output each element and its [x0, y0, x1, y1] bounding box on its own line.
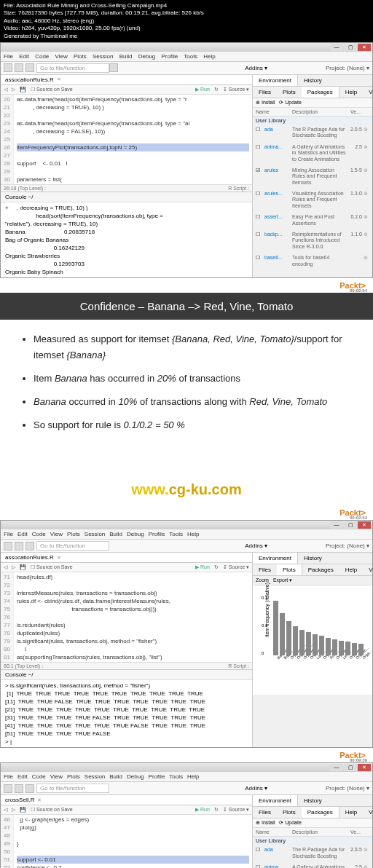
- save-icon[interactable]: [25, 542, 34, 551]
- menu-edit[interactable]: Edit: [19, 53, 29, 60]
- package-row[interactable]: ☑arulesMining Association Rules and Freq…: [253, 165, 372, 189]
- run-button[interactable]: ▶ Run: [195, 564, 210, 570]
- open-icon[interactable]: [15, 63, 23, 72]
- packt-logo: Packt>00:02:53: [0, 505, 373, 520]
- fwd-icon[interactable]: ▷: [12, 87, 15, 92]
- save-icon[interactable]: [25, 63, 34, 72]
- bar: [280, 613, 285, 656]
- plots-tab[interactable]: Plots: [277, 87, 302, 98]
- maximize-button[interactable]: ▢: [344, 44, 357, 51]
- minimize-button[interactable]: —: [330, 764, 343, 771]
- ide-window-2: — ▢ ✕ FileEditCodeViewPlotsSessionBuildD…: [0, 520, 373, 748]
- project-selector[interactable]: Project: (None) ▾: [326, 542, 369, 549]
- project-selector[interactable]: Project: (None) ▾: [326, 65, 369, 71]
- history-tab[interactable]: History: [298, 75, 328, 86]
- code-editor[interactable]: 2021222324252627282930 as.data.frame(hea…: [1, 95, 252, 184]
- bar: [313, 634, 318, 656]
- packt-logo: Packt>00:02:54: [0, 278, 373, 293]
- ide-window-3: — ▢ ✕ FileEditCodeViewPlotsSessionBuildD…: [0, 762, 373, 868]
- bar: [306, 632, 311, 656]
- addins-menu[interactable]: Addins ▾: [245, 65, 267, 71]
- bullet-3: Banana occurred in 10% of transactions a…: [34, 394, 354, 410]
- console-output[interactable]: + , decreasing = TRUE), 10) ) head(sort(…: [1, 202, 252, 277]
- maximize-button[interactable]: ▢: [344, 764, 357, 771]
- back-icon[interactable]: ◁: [4, 87, 7, 92]
- menubar: File Edit Code View Plots Session Build …: [1, 52, 372, 62]
- help-tab[interactable]: Help: [339, 87, 363, 98]
- ide-window-1: — ▢ ✕ File Edit Code View Plots Session …: [0, 42, 373, 278]
- source-on-save-checkbox[interactable]: ☐ Source on Save: [31, 87, 73, 92]
- packt-logo: Packt>00:09:39: [0, 748, 373, 762]
- save-icon[interactable]: 💾: [20, 87, 26, 92]
- bar: [286, 621, 291, 655]
- menu-debug[interactable]: Debug: [138, 53, 156, 60]
- menu-tools[interactable]: Tools: [184, 53, 197, 60]
- menu-file[interactable]: File: [4, 53, 13, 60]
- file-tab[interactable]: assocationRules.R ✕: [1, 75, 252, 85]
- slide-content: Measured as support for itemset {Banana,…: [0, 320, 373, 452]
- close-tab-icon[interactable]: ✕: [57, 555, 61, 561]
- console-tab[interactable]: Console ~/: [1, 192, 252, 202]
- rerun-icon[interactable]: ↻: [214, 87, 219, 92]
- close-button[interactable]: ✕: [358, 44, 371, 51]
- source-button[interactable]: ↧ Source ▾: [223, 87, 249, 92]
- code-editor[interactable]: 7172737475767778798081 head(rules.df) in…: [1, 572, 252, 662]
- files-tab[interactable]: Files: [253, 87, 277, 98]
- menu-profile[interactable]: Profile: [162, 53, 178, 60]
- new-file-icon[interactable]: [4, 542, 12, 551]
- open-icon[interactable]: [15, 542, 23, 551]
- bullet-4: So support for rule is 0.1/0.2 = 50 %: [34, 417, 354, 433]
- package-row[interactable]: ☐anima...A Gallery of Animations in Stat…: [253, 142, 372, 165]
- minimize-button[interactable]: —: [330, 521, 343, 529]
- goto-input[interactable]: Go to file/function: [36, 541, 109, 551]
- tool-icon[interactable]: [109, 63, 118, 72]
- package-row[interactable]: ☐adaThe R Package Ada for Stochastic Boo…: [253, 845, 372, 862]
- minimize-button[interactable]: —: [330, 44, 343, 51]
- export-button[interactable]: Export ▾: [273, 577, 292, 583]
- environment-tab[interactable]: Environment: [253, 75, 298, 86]
- bar: [326, 638, 331, 656]
- close-button[interactable]: ✕: [358, 764, 371, 771]
- slide-title-banner: Confidence – Banana –> Red, Vine, Tomato: [0, 293, 373, 320]
- viewer-tab[interactable]: Viewer: [363, 87, 373, 98]
- package-row[interactable]: ☐adaThe R Package Ada for Stochastic Boo…: [253, 125, 372, 142]
- bar: [345, 642, 350, 655]
- menu-code[interactable]: Code: [35, 53, 49, 60]
- menu-help[interactable]: Help: [203, 53, 215, 60]
- main-toolbar: Go to file/function Addins ▾ Project: (N…: [1, 782, 372, 795]
- pkg-header: Name Description Ve...: [253, 108, 372, 117]
- package-row[interactable]: ☐backp...Reimplementations of Functions …: [253, 229, 372, 253]
- run-button[interactable]: ▶ Run: [195, 87, 210, 92]
- package-row[interactable]: ☐anima...A Gallery of Animations in Stat…: [253, 862, 372, 868]
- package-row[interactable]: ☐base6...Tools for base64 encoding⊗: [253, 253, 372, 270]
- editor-toolbar: ◁ ▷ 💾 ☐ Source on Save ▶ Run ↻ ↧ Source …: [1, 85, 252, 95]
- maximize-button[interactable]: ▢: [344, 521, 357, 529]
- console-tab[interactable]: Console ~/: [1, 669, 252, 680]
- bar: [358, 644, 364, 656]
- update-button[interactable]: ⟳ Update: [279, 100, 302, 106]
- code-editor[interactable]: 464748495051525354555657585960 g <- grap…: [1, 815, 252, 868]
- packages-tab[interactable]: Packages: [302, 87, 339, 98]
- pkg-toolbar: ⊕ Install ⟳ Update: [253, 98, 372, 108]
- bar: [332, 639, 337, 656]
- console-output[interactable]: > is.significant(rules, transactions.obj…: [1, 680, 252, 747]
- bar: [352, 643, 357, 656]
- watermark: www.cg-ku.com: [0, 452, 373, 505]
- goto-input[interactable]: Go to file/function: [36, 63, 109, 73]
- close-button[interactable]: ✕: [358, 521, 371, 529]
- close-tab-icon[interactable]: ✕: [57, 76, 61, 82]
- new-file-icon[interactable]: [4, 63, 12, 72]
- package-row[interactable]: ☐assert...Easy Pre and Post Assertions0.…: [253, 212, 372, 229]
- file-tab[interactable]: crossSell.R✕: [1, 795, 252, 805]
- file-tab[interactable]: assocationRules.R✕: [1, 553, 252, 563]
- menu-build[interactable]: Build: [119, 53, 133, 60]
- titlebar: — ▢ ✕: [1, 763, 372, 772]
- install-button[interactable]: ⊕ Install: [256, 100, 275, 106]
- package-row[interactable]: ☐arules...Visualizing Association Rules …: [253, 189, 372, 212]
- editor-status: 26:18 (Top Level) :R Script :: [1, 184, 252, 192]
- menu-plots[interactable]: Plots: [74, 53, 87, 60]
- menu-view[interactable]: View: [55, 53, 68, 60]
- addins-menu[interactable]: Addins ▾: [245, 542, 267, 549]
- menu-session[interactable]: Session: [93, 53, 113, 60]
- bar: [299, 630, 305, 656]
